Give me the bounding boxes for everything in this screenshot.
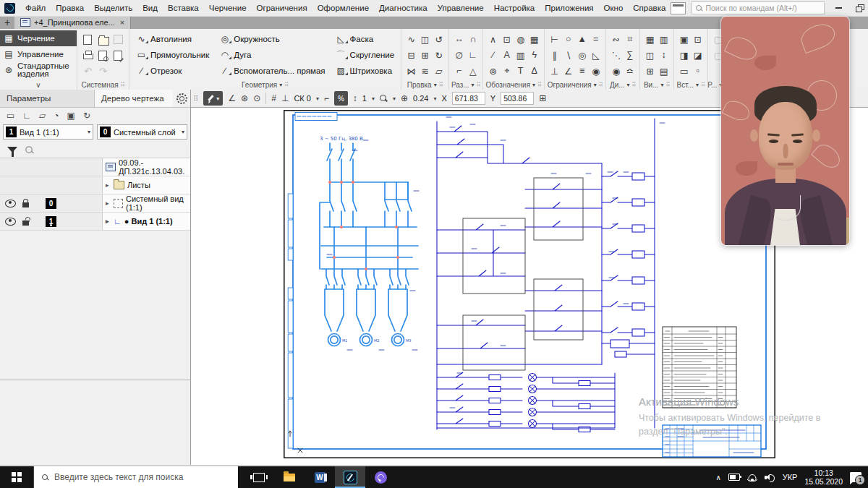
new-document-icon[interactable] [83,35,93,44]
toolbar-icon[interactable]: ⌖ [504,66,509,77]
tool-Отрезок[interactable]: ∕Отрезок [132,63,213,79]
menu-item-Файл[interactable]: Файл [20,1,51,14]
refresh-icon[interactable]: ↻ [83,111,90,121]
open-document-icon[interactable] [98,35,108,44]
save-icon[interactable] [114,35,123,44]
task-view-button[interactable] [244,466,274,488]
toolbar-icon[interactable]: ◎ [578,50,586,61]
toolbar-icon[interactable]: ∠ [564,66,572,77]
toolbar-icon[interactable]: ↺ [435,34,442,45]
zoom-tool-icon[interactable] [380,95,388,103]
toolbar-icon[interactable]: ∟ [469,50,477,60]
preview-icon[interactable] [98,51,108,60]
toolbar-icon[interactable]: ↔ [454,34,464,44]
toolbar-icon[interactable]: ϟ [532,50,537,60]
menu-item-Окно[interactable]: Окно [599,1,629,14]
toolbar-icon[interactable]: ≡ [579,66,584,76]
y-coordinate-field[interactable]: 503.86 [501,92,534,105]
toolbar-icon[interactable]: ◉ [612,66,620,77]
toolbar-icon[interactable]: △ [469,66,477,77]
ortho-icon[interactable]: ⌐ [324,93,329,103]
tree-row-label[interactable]: ▸Листы [103,176,190,194]
toolbar-icon[interactable]: ⊚ [489,66,496,77]
menu-item-Настройка[interactable]: Настройка [489,1,540,14]
menu-item-Оформление[interactable]: Оформление [312,1,374,14]
toolbar-icon[interactable]: ⊡ [503,34,510,45]
word-button[interactable]: W [305,466,335,488]
toolbar-icon[interactable]: ◫ [646,50,655,61]
toolbar-icon[interactable]: ∅ [455,50,463,61]
toolbar-icon[interactable]: ∑ [626,50,633,60]
document-tab[interactable]: +4_Принципова еле... × [14,16,131,29]
start-button[interactable] [0,466,33,488]
toolbar-icon[interactable]: ↕ [662,50,666,60]
lock-open-icon[interactable] [22,221,29,226]
tree-row[interactable]: ▸Листы [0,176,190,194]
current-layer-select[interactable]: 0 Системный слой ▾ [97,124,187,140]
print-icon[interactable] [83,51,93,60]
tool-Скругление[interactable]: ⌒Скругление [332,47,399,63]
toolbar-icon[interactable]: ↻ [435,50,442,61]
expand-arrow-icon[interactable]: ▸ [106,181,111,189]
toolbar-icon[interactable]: ∥ [553,50,557,61]
properties-icon[interactable]: ⊞ [539,93,546,103]
toolbar-icon[interactable]: ◫ [421,34,430,45]
window-layout-icon[interactable] [671,2,686,14]
group-icon[interactable]: ◔ [54,111,59,121]
tool-Дуга[interactable]: ◠Дуга [216,47,328,63]
volume-icon[interactable] [765,474,775,481]
expand-arrow-icon[interactable]: ▸ [106,218,111,225]
x-coordinate-field[interactable]: 671.83 [452,92,485,105]
language-indicator[interactable]: УКР [783,473,798,481]
toolbar-icon[interactable]: ▦ [530,34,539,45]
drag-handle-icon[interactable]: ⠿ [193,95,198,103]
toolbar-icon[interactable]: ◍ [516,34,524,45]
tool-Штриховка[interactable]: ▨Штриховка [332,63,399,79]
tree-row[interactable]: 09.09.-ДП.321с.13.04.03. [0,158,190,176]
toolbar-icon[interactable]: ◉ [592,66,600,77]
toolbar-icon[interactable]: ▥ [516,50,525,61]
tab-drawing-tree[interactable]: Дерево чертежа [95,90,173,107]
menu-item-Вид[interactable]: Вид [137,1,163,14]
notification-icon[interactable]: 1 [850,472,861,482]
sheet-icon[interactable]: ▭ [7,111,14,121]
collapse-chevron-icon[interactable]: ∨ [0,80,77,90]
menu-item-Черчение[interactable]: Черчение [204,1,252,14]
tool-Фаска[interactable]: ◺Фаска [332,31,399,47]
menu-item-Приложения[interactable]: Приложения [540,1,598,14]
undo-icon[interactable]: ↶ [84,66,92,77]
save-as-icon[interactable] [114,51,123,60]
toolbar-icon[interactable]: ∖ [566,50,571,61]
tray-expand-icon[interactable]: ∧ [715,474,720,481]
toolbar-icon[interactable]: ⊥ [550,66,558,77]
snap-angle-icon[interactable]: ∠ [228,93,236,103]
toolbar-icon[interactable]: ◨ [680,50,689,61]
grid-icon[interactable]: # [271,93,276,103]
toolbar-icon[interactable]: ◪ [694,50,702,61]
menu-item-Правка[interactable]: Правка [51,1,89,14]
zoom-scale-value[interactable]: 0.24 [413,94,428,103]
toolbar-icon[interactable]: ≏ [626,66,633,77]
toolbar-icon[interactable]: ∾ [612,34,619,45]
toolbar-icon[interactable]: ⋈ [407,66,416,77]
filter-icon[interactable] [7,147,17,153]
view-axes-icon[interactable]: ∟ [22,111,31,121]
layer-icon[interactable]: ▱ [39,111,46,121]
toolbar-icon[interactable]: ⊢ [550,34,558,45]
tool-Прямоугольник[interactable]: ▭Прямоугольник [132,47,213,63]
toolbar-icon[interactable]: ▲ [578,34,587,44]
toolbar-icon[interactable]: ⌐ [456,66,461,76]
ruler-value[interactable]: 1 [362,94,367,103]
tool-Вспомогатель... прямая[interactable]: ∕Вспомогатель... прямая [216,63,328,79]
wifi-icon[interactable] [747,474,757,481]
tool-Автолиния[interactable]: ∿Автолиния [132,31,213,47]
tab-close-icon[interactable]: × [120,18,124,27]
toolbar-icon[interactable]: ∿ [407,34,414,45]
toolbar-icon[interactable]: ▤ [660,66,668,77]
command-search-input[interactable]: Поиск по командам (Alt+/) [692,1,825,14]
snap-point-icon[interactable]: ⊙ [253,93,260,103]
tool-Окружность[interactable]: ◎Окружность [216,31,328,47]
toolbar-icon[interactable]: ⌗ [627,34,632,45]
toolbar-icon[interactable]: ⊡ [694,34,701,45]
toolbar-icon[interactable]: ▥ [660,34,668,45]
